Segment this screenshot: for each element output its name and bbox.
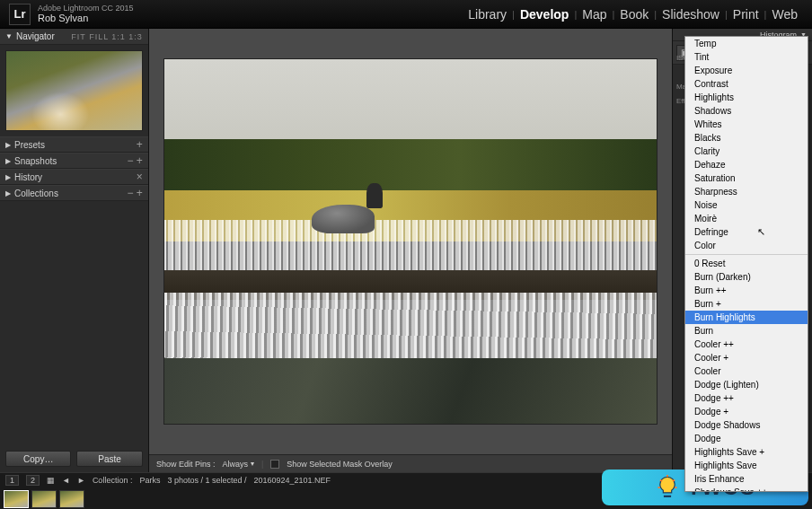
menu-item[interactable]: 0 Reset bbox=[685, 257, 808, 270]
module-map[interactable]: Map bbox=[577, 7, 612, 22]
menu-item[interactable]: Highlights Save bbox=[685, 459, 808, 472]
menu-item[interactable]: Burn Highlights bbox=[685, 311, 808, 324]
view-primary[interactable]: 1 bbox=[5, 475, 19, 486]
filmstrip-thumb[interactable] bbox=[31, 490, 57, 508]
filmstrip-thumb[interactable] bbox=[4, 490, 29, 508]
menu-item[interactable]: Defringe bbox=[685, 225, 808, 239]
menu-item[interactable]: Saturation bbox=[685, 171, 808, 185]
menu-item[interactable]: Dodge (Lighten) bbox=[685, 378, 808, 391]
menu-item[interactable]: Cooler ++ bbox=[685, 338, 808, 351]
loupe-view[interactable] bbox=[149, 29, 672, 454]
menu-item[interactable]: Dehaze bbox=[685, 158, 808, 171]
chevron-right-icon: ▶ bbox=[5, 173, 14, 181]
panel-clear-icon[interactable]: × bbox=[137, 171, 143, 183]
menu-item[interactable]: Burn + bbox=[685, 297, 808, 311]
lightbulb-icon bbox=[655, 475, 680, 500]
menu-item[interactable]: Highlights bbox=[685, 91, 808, 104]
menu-item[interactable]: Moirè bbox=[685, 212, 808, 225]
app-logo: Lr bbox=[9, 4, 31, 25]
selection-status: 3 photos / 1 selected / bbox=[167, 476, 246, 485]
menu-item[interactable]: Burn (Darken) bbox=[685, 270, 808, 284]
panel-add-icon[interactable]: + bbox=[137, 138, 143, 151]
module-web[interactable]: Web bbox=[766, 7, 803, 22]
navigator-preview[interactable] bbox=[5, 50, 143, 131]
navigator-header[interactable]: ▼ Navigator FIT FILL 1:1 1:3 bbox=[0, 29, 148, 45]
view-secondary[interactable]: 2 bbox=[26, 475, 40, 486]
user-name: Rob Sylvan bbox=[38, 13, 134, 23]
left-panels: ▼ Navigator FIT FILL 1:1 1:3 ▶ Presets +… bbox=[0, 29, 149, 472]
menu-item[interactable]: Dodge bbox=[685, 432, 808, 445]
menu-item[interactable]: Iris Enhance bbox=[685, 472, 808, 486]
chevron-right-icon: ▶ bbox=[5, 157, 14, 165]
chevron-right-icon: ▶ bbox=[5, 141, 14, 149]
menu-item[interactable]: Whites bbox=[685, 118, 808, 131]
app-info: Adobe Lightroom CC 2015 Rob Sylvan bbox=[38, 4, 134, 24]
menu-item[interactable]: Color bbox=[685, 239, 808, 252]
panel-buttons[interactable]: − + bbox=[128, 154, 143, 167]
filename: 20160924_2101.NEF bbox=[253, 476, 331, 485]
module-library[interactable]: Library bbox=[463, 7, 512, 22]
module-slideshow[interactable]: Slideshow bbox=[657, 7, 725, 22]
nav-fwd-icon[interactable]: ► bbox=[77, 476, 85, 485]
module-picker: Library| Develop| Map| Book| Slideshow| … bbox=[463, 7, 803, 22]
show-pins-label: Show Edit Pins : bbox=[156, 460, 216, 469]
panel-label: Snapshots bbox=[14, 156, 57, 166]
title-bar: Lr Adobe Lightroom CC 2015 Rob Sylvan Li… bbox=[0, 0, 812, 29]
panel-buttons[interactable]: − + bbox=[128, 187, 143, 199]
show-pins-dropdown[interactable]: Always bbox=[222, 460, 254, 469]
chevron-down-icon: ▼ bbox=[5, 32, 13, 40]
menu-item[interactable]: Shadows Save ++ bbox=[685, 486, 808, 492]
center-column: Show Edit Pins : Always | Show Selected … bbox=[149, 29, 672, 472]
panel-label: Presets bbox=[14, 140, 45, 150]
collection-name[interactable]: Parks bbox=[139, 476, 160, 485]
nav-back-icon[interactable]: ◄ bbox=[62, 476, 70, 485]
menu-item[interactable]: Sharpness bbox=[685, 185, 808, 198]
navigator-zoom-modes[interactable]: FIT FILL 1:1 1:3 bbox=[71, 32, 143, 41]
panel-label: Collections bbox=[14, 189, 58, 198]
app-name: Adobe Lightroom CC 2015 bbox=[38, 4, 134, 13]
panel-collections[interactable]: ▶ Collections − + bbox=[0, 185, 148, 201]
panel-history[interactable]: ▶ History × bbox=[0, 169, 148, 185]
menu-item[interactable]: Exposure bbox=[685, 64, 808, 77]
menu-item[interactable]: Burn bbox=[685, 324, 808, 338]
grid-icon[interactable]: ▦ bbox=[47, 476, 55, 485]
menu-item[interactable]: Cooler + bbox=[685, 351, 808, 364]
menu-item[interactable]: Dodge Shadows bbox=[685, 418, 808, 432]
module-print[interactable]: Print bbox=[728, 7, 764, 22]
panel-snapshots[interactable]: ▶ Snapshots − + bbox=[0, 153, 148, 169]
menu-item[interactable]: Tint bbox=[685, 50, 808, 64]
menu-item[interactable]: Cooler bbox=[685, 364, 808, 378]
menu-item[interactable]: Temp bbox=[685, 37, 808, 50]
module-book[interactable]: Book bbox=[614, 7, 654, 22]
menu-item[interactable]: Clarity bbox=[685, 145, 808, 158]
menu-item[interactable]: Contrast bbox=[685, 77, 808, 91]
mask-overlay-checkbox[interactable] bbox=[270, 460, 279, 469]
menu-item[interactable]: Blacks bbox=[685, 131, 808, 145]
panel-presets[interactable]: ▶ Presets + bbox=[0, 136, 148, 153]
copy-paste-row: Copy… Paste bbox=[0, 445, 148, 472]
menu-item[interactable]: Noise bbox=[685, 198, 808, 212]
center-toolbar: Show Edit Pins : Always | Show Selected … bbox=[149, 454, 672, 472]
menu-item[interactable]: Highlights Save + bbox=[685, 445, 808, 459]
filmstrip-thumb[interactable] bbox=[59, 490, 84, 508]
adjustment-preset-menu[interactable]: ↖ TempTintExposureContrastHighlightsShad… bbox=[684, 36, 808, 492]
collection-label: Collection : bbox=[93, 476, 133, 485]
menu-item[interactable]: Dodge ++ bbox=[685, 391, 808, 405]
menu-item[interactable]: Dodge + bbox=[685, 405, 808, 418]
copy-button[interactable]: Copy… bbox=[5, 451, 71, 467]
mask-overlay-label: Show Selected Mask Overlay bbox=[287, 460, 393, 469]
menu-item[interactable]: Burn ++ bbox=[685, 284, 808, 297]
module-develop[interactable]: Develop bbox=[515, 7, 574, 22]
paste-button[interactable]: Paste bbox=[76, 451, 142, 467]
photo-preview bbox=[163, 58, 658, 425]
panel-label: History bbox=[14, 172, 42, 182]
chevron-right-icon: ▶ bbox=[5, 189, 14, 197]
navigator-label: Navigator bbox=[16, 31, 55, 41]
menu-item[interactable]: Shadows bbox=[685, 104, 808, 118]
